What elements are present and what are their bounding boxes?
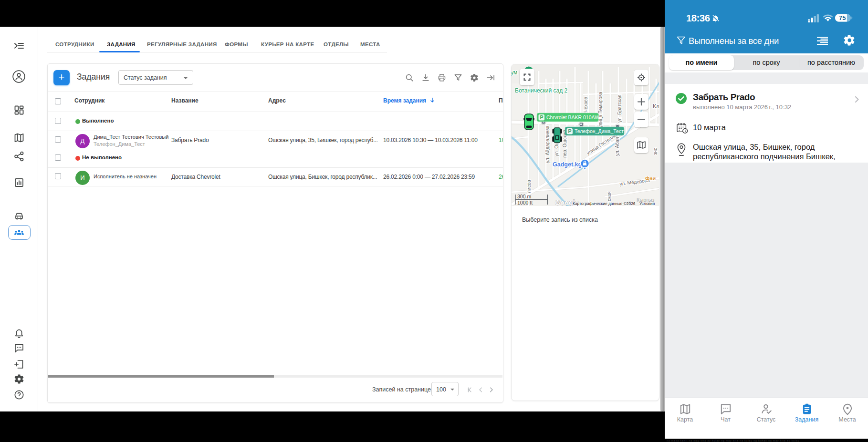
svg-text:Картографические данные ©2026: Картографические данные ©2026	[573, 201, 636, 206]
svg-text:Чехова: Чехова	[583, 96, 588, 113]
svg-text:Ботанический сад 2: Ботанический сад 2	[515, 87, 568, 94]
svg-text:P: P	[540, 114, 544, 120]
svg-text:ская: ская	[607, 191, 612, 201]
svg-text:75: 75	[839, 14, 846, 21]
svg-text:ул. Абая: ул. Абая	[615, 137, 620, 156]
svg-text:Телефон_Дима_Тест: Телефон_Дима_Тест	[575, 128, 624, 134]
svg-text:300 m: 300 m	[517, 194, 531, 199]
svg-text:лиева: лиева	[526, 180, 532, 193]
svg-text:Кл: Кл	[653, 103, 659, 110]
svg-text:Условия: Условия	[639, 201, 655, 206]
svg-text:ул. Айдаралиева: ул. Айдаралиева	[545, 125, 550, 163]
svg-text:знс: знс	[653, 148, 658, 155]
svg-text:1000 ft: 1000 ft	[517, 200, 533, 206]
svg-text:P: P	[568, 128, 572, 134]
svg-text:Chrvrolet BAKR 010AW: Chrvrolet BAKR 010AW	[546, 114, 599, 120]
svg-text:Gadget.kg: Gadget.kg	[553, 161, 582, 168]
svg-text:Зум: Зум	[512, 69, 517, 76]
svg-text:ул. Братская: ул. Братская	[617, 94, 622, 123]
svg-text:улица Темирова: улица Темирова	[598, 92, 603, 128]
svg-text:Фаи: Фаи	[645, 175, 656, 181]
